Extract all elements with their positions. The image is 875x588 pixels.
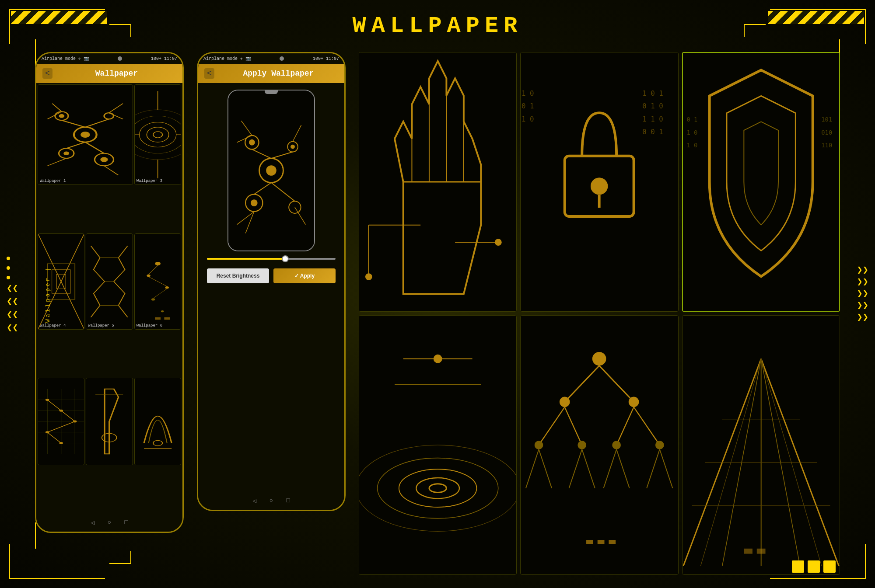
nav-home-middle[interactable]: ○ xyxy=(270,497,273,504)
nav-back-left[interactable]: ◁ xyxy=(91,519,94,526)
wallpaper-preview-area: Reset Brightness ✓ Apply xyxy=(198,83,344,492)
reset-brightness-button[interactable]: Reset Brightness xyxy=(207,268,269,283)
hud-corner-bl xyxy=(9,544,105,579)
gallery-item-4[interactable] xyxy=(359,315,517,575)
gallery-item-2[interactable]: 1 0 1 0 1 0 1 1 0 0 0 1 1 0 0 1 1 0 xyxy=(520,52,678,312)
svg-text:0 1: 0 1 xyxy=(522,102,534,110)
corner-bracket-bl xyxy=(109,551,131,564)
svg-text:1 1 0: 1 1 0 xyxy=(643,115,663,123)
svg-point-103 xyxy=(495,239,502,246)
right-gallery: 1 0 1 0 1 0 1 1 0 0 0 1 1 0 0 1 1 0 xyxy=(359,52,840,575)
gallery-item-1[interactable] xyxy=(359,52,517,312)
apply-wallpaper-title: Apply Wallpaper xyxy=(219,69,338,78)
svg-text:110: 110 xyxy=(821,142,832,149)
svg-point-130 xyxy=(434,355,442,363)
airplane-mode-middle: Airplane mode ✈ 📷 xyxy=(203,56,251,61)
svg-point-77 xyxy=(249,139,255,146)
svg-point-7 xyxy=(63,151,69,155)
svg-point-102 xyxy=(365,273,372,280)
svg-point-43 xyxy=(155,262,161,265)
svg-point-2 xyxy=(80,132,90,138)
side-deco-left: ❮❮ ❮❮ ❮❮ ❮❮ xyxy=(7,255,18,333)
svg-text:1 0: 1 0 xyxy=(522,115,534,123)
back-button-middle[interactable]: < xyxy=(204,68,214,79)
battery-left: 100+ 11:07 xyxy=(151,56,177,61)
svg-point-81 xyxy=(251,199,258,206)
bottom-dot-1 xyxy=(792,560,804,573)
nav-back-middle[interactable]: ◁ xyxy=(252,497,256,504)
wallpaper-thumb-6[interactable]: Wallpaper 6 xyxy=(134,233,181,330)
svg-rect-168 xyxy=(756,549,765,554)
apply-button[interactable]: ✓ Apply xyxy=(273,268,336,283)
bottom-dot-3 xyxy=(823,560,836,573)
svg-point-44 xyxy=(147,274,150,276)
phone-header-left: < Wallpaper xyxy=(36,64,182,83)
wallpaper-grid: Wallpaper 1 xyxy=(36,83,182,514)
chevron-right-icon-5: ❯❯ xyxy=(857,313,869,323)
content-area: Airplane mode ✈ 📷 100+ 11:07 < Wallpaper xyxy=(0,48,875,588)
svg-text:1 0 1: 1 0 1 xyxy=(643,89,663,97)
svg-point-9 xyxy=(100,157,108,162)
chevron-left-icon-2: ❮❮ xyxy=(7,297,18,307)
status-bar-left: Airplane mode ✈ 📷 100+ 11:07 xyxy=(36,53,182,64)
chevron-left-icon: ❮❮ xyxy=(7,284,18,294)
phone-left: Airplane mode ✈ 📷 100+ 11:07 < Wallpaper xyxy=(35,52,184,533)
back-button-left[interactable]: < xyxy=(42,68,52,79)
wallpaper-screen-title: Wallpaper xyxy=(57,69,176,78)
svg-rect-167 xyxy=(744,549,752,554)
svg-point-75 xyxy=(266,165,276,176)
nav-recent-left[interactable]: □ xyxy=(124,519,128,526)
wallpaper-thumb-8[interactable] xyxy=(86,378,133,465)
svg-text:0 1 0: 0 1 0 xyxy=(643,102,663,110)
svg-point-135 xyxy=(560,397,570,407)
wallpaper-label-5: Wallpaper 5 xyxy=(88,324,114,328)
gallery-item-5[interactable] xyxy=(520,315,678,575)
svg-point-47 xyxy=(161,310,164,312)
bottom-dot-2 xyxy=(808,560,820,573)
wallpaper-thumb-1[interactable]: Wallpaper 1 xyxy=(38,84,133,185)
page-title: Wallpaper xyxy=(353,13,523,39)
wallpaper-thumb-5[interactable]: Wallpaper 5 xyxy=(86,233,133,330)
svg-text:010: 010 xyxy=(821,129,832,136)
svg-point-132 xyxy=(592,352,606,366)
svg-text:1 0 1: 1 0 1 xyxy=(683,116,697,123)
brightness-control[interactable] xyxy=(207,256,336,262)
svg-point-144 xyxy=(655,441,664,449)
svg-point-46 xyxy=(151,298,155,300)
side-tab-label: Wallpaper | xyxy=(45,266,51,323)
main-container: ❮❮ ❮❮ ❮❮ ❮❮ ❯❯ ❯❯ ❯❯ ❯❯ ❯❯ Wallpaper | W… xyxy=(0,0,875,588)
phone-middle: Airplane mode ✈ 📷 100+ 11:07 < Apply Wal… xyxy=(197,52,346,511)
gallery-item-6[interactable] xyxy=(682,315,840,575)
phone-preview-frame xyxy=(228,90,315,251)
nav-home-left[interactable]: ○ xyxy=(108,519,111,526)
airplane-mode-left: Airplane mode ✈ 📷 xyxy=(42,56,89,61)
svg-point-106 xyxy=(591,177,608,195)
brightness-slider-thumb[interactable] xyxy=(282,255,289,262)
chevron-right-icon-3: ❯❯ xyxy=(857,289,869,299)
nav-recent-middle[interactable]: □ xyxy=(286,497,290,504)
svg-rect-52 xyxy=(164,317,170,319)
svg-rect-154 xyxy=(598,540,605,544)
bottom-dots xyxy=(792,560,836,573)
wallpaper-thumb-9[interactable] xyxy=(134,378,181,465)
wallpaper-thumb-7[interactable] xyxy=(38,378,84,465)
svg-text:1 0: 1 0 xyxy=(522,89,534,97)
chevron-left-icon-4: ❮❮ xyxy=(7,324,18,333)
wallpaper-label-3: Wallpaper 3 xyxy=(136,179,162,183)
svg-text:101: 101 xyxy=(821,116,832,123)
gallery-item-3[interactable]: 1 0 1 0 1 0 1 1 0 101 010 110 xyxy=(682,52,840,312)
brightness-slider-fill xyxy=(207,258,284,260)
svg-text:1 1 0: 1 1 0 xyxy=(683,142,697,149)
chevron-right-icon-2: ❯❯ xyxy=(857,278,869,287)
phone-nav-left: ◁ ○ □ xyxy=(36,514,182,532)
brightness-slider-track[interactable] xyxy=(207,258,336,260)
chevron-left-icon-3: ❮❮ xyxy=(7,310,18,320)
svg-text:0 0 1: 0 0 1 xyxy=(643,128,663,136)
svg-rect-155 xyxy=(609,540,616,544)
wallpaper-thumb-3[interactable]: Wallpaper 3 xyxy=(134,84,181,185)
svg-point-4 xyxy=(59,114,64,118)
status-bar-middle: Airplane mode ✈ 📷 100+ 11:07 xyxy=(198,53,344,64)
hud-corner-tl xyxy=(9,9,105,44)
svg-rect-70 xyxy=(135,378,181,465)
hud-corner-tr xyxy=(770,9,866,44)
